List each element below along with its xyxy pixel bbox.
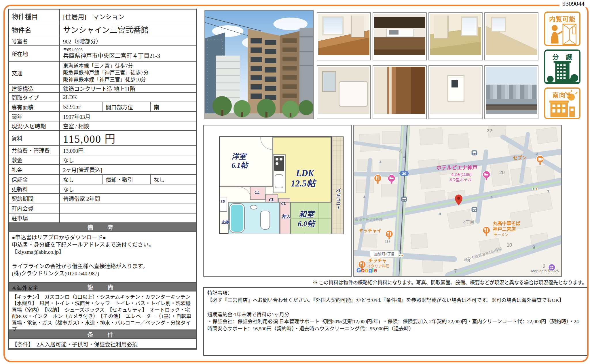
map-pin-bus [472,207,477,212]
badge-south-facing-house: 南向き [544,87,580,119]
photo-thumb-tatami-room [428,12,483,60]
row-label: 物件種目 [9,9,60,23]
map-area-label: 加納町3丁目 [374,252,395,256]
photo-thumb-bathroom [317,65,371,119]
row-value: 東海道本線「三ノ宮」徒歩7分阪急電鉄神戸線「神戸三宮」徒歩7分阪神電鉄本線「神戸… [60,62,196,84]
closet-photo [374,67,425,114]
map-label: 20 [499,170,505,175]
row-label: 礼金 [9,165,60,174]
document-number: 9309044 [559,0,587,7]
row-label: 築年 [9,112,60,121]
badge-label: 分 譲 [545,52,579,61]
row-value: 115,000 円 [60,131,196,145]
row-sublabel: 開口部方位 [103,102,151,111]
map-label: 神戸二宮店 [493,226,516,232]
map-building [411,233,428,249]
map-building [383,131,400,144]
photo-thumb-closet [373,65,427,119]
row-label: 契約期間 [9,194,60,203]
map-label: 22 [487,128,492,134]
map-canvas: 30 4222010987210セブンホテルピエナ神戸4.2★(1198)3つ星… [354,125,561,276]
table-row: 駐車場 [9,214,196,223]
table-row: 専有面積52.91m²開口部方位南 [9,102,196,112]
cl-label: CL [255,190,260,195]
property-table: 物件種目[住居用] マンション物件名サンシャイン三宮弐番館号室名902（9階部分… [8,9,197,350]
conditions-header: 条 件 [9,330,196,339]
map-building [380,160,397,171]
row-value: 鉄筋コンクリート造 地上11階 [60,85,196,92]
balcony-label: バルコニー [335,188,340,210]
map-label: ホテルピエナ神戸 [437,165,478,171]
kitchen-photo [374,14,425,55]
postal-code: 〒651-0093 [63,48,196,52]
transit-line: 東海道本線「三ノ宮」徒歩7分 [63,62,196,69]
tatami-room-photo [430,14,481,55]
table-row: 交通東海道本線「三ノ宮」徒歩7分阪急電鉄神戸線「神戸三宮」徒歩7分阪神電鉄本線「… [9,62,196,85]
map-building [448,133,469,149]
table-row: 礼金2ヶ月[管理費込] [9,165,196,175]
intercom-photo [430,67,481,114]
map-label: ラーメン [494,232,508,237]
row-subvalue: 南 [151,102,196,111]
row-label: 専有面積 [9,102,60,111]
map-building [536,127,558,144]
table-row: 間取タイプ2LDK [9,93,196,102]
table-row: 所在地〒651-0093兵庫県神戸市中央区二宮町４丁目21-3 [9,46,196,62]
row-label: 建築構造 [9,85,60,92]
row-label: 間取タイプ [9,93,60,102]
map-label: 9 [532,245,535,250]
map-label: 4 [399,148,402,154]
notes-header: 備 考 [9,223,196,232]
map-label: 2 [543,264,545,269]
map-label: 10 [507,242,512,248]
row-value: サンシャイン三宮弐番館 [60,23,196,36]
row-value: 1997年03月 [60,112,196,121]
photo-thumb-living-room [317,12,371,60]
table-row: 賃料115,000 円 [9,131,196,146]
floorplan: 洋室6.1帖LDK12.5帖和室6.0帖押入バルコニーCLCLCLSB玄関 [204,125,351,276]
map-label: 丸髙中華そば [493,221,520,226]
special-notes: 特記事項： 【必ず『三宮南店』へお問い合わせください。『外国人契約可能』かどうか… [203,287,587,356]
washbasin [250,205,257,209]
map-label: ヤッチャイ [359,228,382,233]
map-building [422,259,443,273]
row-value: 902（9階部分） [60,36,196,45]
map-pin-bus [401,197,407,202]
row-label: 駐車場 [9,214,60,222]
burner [276,162,278,165]
row-value [60,203,196,213]
table-row: 物件種目[住居用] マンション [9,9,196,23]
row-label: 交通 [9,62,60,84]
table-row: 町内会費 [9,203,196,214]
row-label: 共益費・管理費 [9,146,60,155]
photo-thumb-balcony-view [484,65,538,119]
building-exterior-art [205,11,313,119]
table-row: 更新料なし [9,184,196,194]
balcony-view-photo [486,67,537,114]
transit-line: 阪神電鉄本線「神戸三宮」徒歩10分 [63,76,196,83]
badge-viewing-person: 内覧可能 [544,12,580,46]
row-value: なし [60,155,196,164]
sink [275,174,283,188]
map-label: 10 [384,239,390,244]
badge-condo-building: 分 譲 [544,49,580,84]
table-row: 建築構造鉄筋コンクリート造 地上11階 [9,85,196,93]
table-row: 敷金なし [9,155,196,165]
cl-label: CL [281,201,286,205]
row-value: 空室 / 相談 [60,121,196,130]
map-label: 7 [454,268,457,274]
notes-body: ●申込書はリアプロからダウンロード● 申込書・身分証を下記メールアドレスまで送付… [9,232,196,283]
photo-thumb-kitchen [373,12,427,60]
oshiire-label: 押入 [282,215,290,219]
map-pin-tl [532,187,538,190]
disclaimer-note: ※ この資料は物件の概略紹介資料になります。写真、間取図面、設備、概要などが現況… [204,279,587,286]
row-label: 敷金 [9,155,60,164]
building-exterior-photo [204,10,314,119]
toilet [260,211,270,230]
map-pin-r30 [399,171,409,176]
sb-label: SB [221,200,225,203]
row-value: 〒651-0093兵庫県神戸市中央区二宮町４丁目21-3 [60,46,196,61]
row-value: 13,000円 [60,146,196,155]
row-label: 所在地 [9,46,60,61]
table-row: 契約期間普通借家 2年間 [9,194,196,203]
